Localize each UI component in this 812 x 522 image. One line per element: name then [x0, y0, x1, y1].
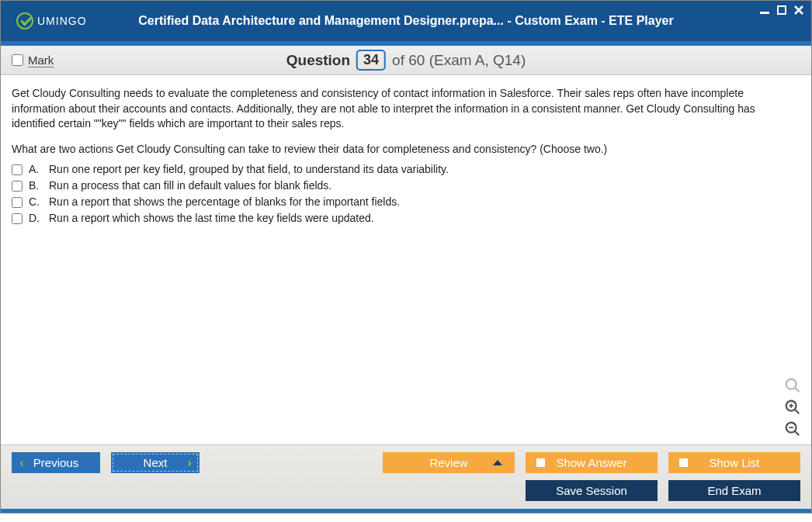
answer-option-d[interactable]: D. Run a report which shows the last tim… [12, 212, 800, 224]
answer-checkbox-d[interactable] [12, 213, 23, 224]
answer-option-a[interactable]: A. Run one report per key field, grouped… [12, 163, 800, 175]
show-list-button[interactable]: Show List [668, 452, 800, 473]
logo: UMINGO [16, 12, 87, 29]
svg-rect-0 [760, 12, 769, 14]
footer-row-2: Save Session End Exam [12, 480, 800, 501]
answer-letter: D. [29, 212, 43, 224]
answer-list: A. Run one report per key field, grouped… [12, 163, 800, 224]
answer-text: Run a report which shows the last time t… [49, 212, 374, 224]
button-label: Show Answer [557, 456, 627, 469]
button-label: Previous [33, 456, 78, 469]
svg-point-2 [786, 379, 796, 389]
close-icon[interactable] [793, 4, 805, 16]
logo-text: UMINGO [37, 15, 87, 27]
answer-text: Run a process that can fill in default v… [49, 179, 331, 192]
maximize-icon[interactable] [776, 4, 788, 16]
answer-checkbox-c[interactable] [12, 197, 23, 208]
end-exam-button[interactable]: End Exam [668, 480, 800, 501]
question-label: Question [286, 52, 350, 69]
mark-checkbox-wrap[interactable]: Mark [12, 54, 54, 67]
content-area: Get Cloudy Consulting needs to evaluate … [1, 75, 811, 444]
answer-letter: A. [29, 163, 43, 175]
window-controls [758, 4, 805, 16]
svg-line-9 [795, 431, 800, 436]
svg-line-3 [795, 388, 800, 392]
info-bar: Mark Question 34 of 60 (Exam A, Q14) [1, 46, 811, 75]
review-button[interactable]: Review [383, 452, 515, 473]
question-number: 34 [356, 50, 386, 71]
checkbox-indicator-icon [536, 458, 545, 467]
zoom-controls [783, 376, 802, 438]
answer-letter: C. [29, 195, 43, 208]
show-answer-button[interactable]: Show Answer [526, 452, 658, 473]
checkbox-indicator-icon [679, 458, 688, 467]
question-indicator: Question 34 of 60 (Exam A, Q14) [286, 50, 526, 71]
application-window: UMINGO Certified Data Architecture and M… [0, 0, 812, 513]
button-label: End Exam [707, 484, 761, 497]
button-label: Show List [709, 456, 759, 469]
save-session-button[interactable]: Save Session [526, 480, 658, 501]
footer: ‹ Previous Next › Review Show Answer Sho… [1, 444, 811, 509]
chevron-right-icon: › [187, 455, 192, 471]
button-label: Save Session [556, 484, 627, 497]
button-label: Review [429, 456, 467, 469]
search-icon[interactable] [783, 376, 802, 395]
answer-option-c[interactable]: C. Run a report that shows the percentag… [12, 195, 800, 208]
previous-button[interactable]: ‹ Previous [12, 452, 100, 473]
answer-letter: B. [29, 179, 43, 192]
zoom-in-icon[interactable] [783, 398, 802, 417]
answer-checkbox-b[interactable] [12, 181, 23, 192]
svg-rect-1 [778, 6, 786, 14]
footer-row-1: ‹ Previous Next › Review Show Answer Sho… [12, 452, 800, 473]
answer-text: Run one report per key field, grouped by… [49, 163, 449, 175]
question-text: Get Cloudy Consulting needs to evaluate … [12, 86, 800, 132]
button-label: Next [144, 456, 168, 469]
minimize-icon[interactable] [758, 4, 771, 16]
answer-checkbox-a[interactable] [12, 164, 23, 175]
answer-option-b[interactable]: B. Run a process that can fill in defaul… [12, 179, 800, 192]
zoom-out-icon[interactable] [783, 420, 802, 438]
next-button[interactable]: Next › [111, 452, 200, 473]
mark-label: Mark [28, 54, 54, 67]
bottom-divider [1, 509, 811, 513]
title-bar: UMINGO Certified Data Architecture and M… [1, 1, 811, 41]
question-prompt: What are two actions Get Cloudy Consulti… [12, 143, 800, 155]
window-title: Certified Data Architecture and Manageme… [138, 14, 673, 28]
triangle-up-icon [493, 460, 502, 465]
question-total: of 60 (Exam A, Q14) [392, 52, 526, 69]
mark-checkbox[interactable] [12, 54, 23, 66]
chevron-left-icon: ‹ [19, 455, 24, 471]
svg-line-5 [795, 410, 800, 414]
logo-check-icon [16, 12, 33, 29]
answer-text: Run a report that shows the percentage o… [49, 195, 400, 208]
